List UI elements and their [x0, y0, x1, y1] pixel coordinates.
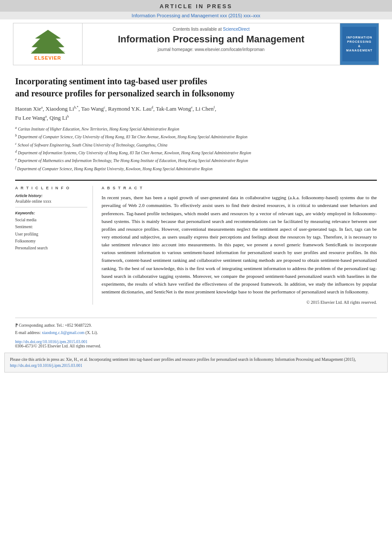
copyright-line: © 2015 Elsevier Ltd. All rights reserved… [102, 300, 377, 305]
doi-link[interactable]: http://dx.doi.org/10.1016/j.ipm.2015.03.… [15, 340, 377, 344]
article-content: Incorporating sentiment into tag-based u… [0, 69, 392, 309]
abstract-header: A B S T R A C T [102, 186, 377, 190]
authors-line: Haoran Xiea, Xiaodong Lib,*, Tao Wangc, … [15, 105, 377, 123]
journal-header: ELSEVIER Contents lists available at Sci… [13, 23, 379, 65]
article-in-press-banner: ARTICLE IN PRESS [0, 0, 392, 12]
article-history-value: Available online xxxx [15, 199, 87, 204]
elsevier-brand-text: ELSEVIER [26, 55, 70, 61]
elsevier-tree-icon [26, 28, 70, 54]
page-wrapper: ARTICLE IN PRESS Information Processing … [0, 0, 392, 535]
elsevier-logo: ELSEVIER [26, 28, 70, 61]
keyword-4: Folksonomy [15, 238, 87, 245]
keywords-header: Keywords: [15, 211, 87, 215]
affiliation-c: c School of Software Engineering, South … [15, 141, 377, 148]
affiliation-d: d Department of Information Systems, Cit… [15, 149, 377, 156]
doi-section: http://dx.doi.org/10.1016/j.ipm.2015.03.… [15, 340, 377, 348]
keyword-3: User profiling [15, 231, 87, 238]
article-title: Incorporating sentiment into tag-based u… [15, 75, 377, 99]
keyword-2: Sentiment: [15, 223, 87, 230]
corresponding-note: ⁋ Corresponding author. Tel.: +852 90487… [15, 322, 377, 328]
issn-text: 0306-4573/© 2015 Elsevier Ltd. All right… [15, 344, 377, 348]
keywords-list: Social media Sentiment: User profiling F… [15, 217, 87, 252]
article-history-label: Article history: [15, 194, 87, 198]
subtitle-text: Information Processing and Management xx… [132, 13, 261, 18]
citation-doi-link[interactable]: http://dx.doi.org/10.1016/j.ipm.2015.03.… [10, 363, 82, 368]
svg-marker-2 [31, 30, 65, 54]
journal-subtitle: Information Processing and Management xx… [0, 12, 392, 19]
two-col-section: A R T I C L E I N F O Article history: A… [15, 180, 377, 305]
affiliation-b: b Department of Computer Science, City U… [15, 133, 377, 140]
journal-title: Information Processing and Management [89, 34, 333, 45]
affiliation-e: e Department of Mathematics and Informat… [15, 157, 377, 164]
banner-text: ARTICLE IN PRESS [159, 3, 233, 10]
article-info-col: A R T I C L E I N F O Article history: A… [15, 186, 93, 305]
article-info-header: A R T I C L E I N F O [15, 186, 87, 190]
keyword-1: Social media [15, 217, 87, 223]
science-direct-info: Contents lists available at ScienceDirec… [89, 27, 333, 32]
email-line: E-mail address: xiaodong.c.li@gmail.com … [15, 330, 377, 336]
science-direct-link[interactable]: ScienceDirect [223, 27, 250, 32]
highlighted-which: which [155, 281, 166, 287]
journal-homepage: journal homepage: www.elsevier.com/locat… [89, 47, 333, 52]
keyword-5: Personalized search [15, 245, 87, 252]
email-link[interactable]: xiaodong.c.li@gmail.com [42, 331, 85, 335]
affiliations-block: a Caritas Institute of Higher Education,… [15, 125, 377, 172]
footer-notes: ⁋ Corresponding author. Tel.: +852 90487… [15, 318, 377, 348]
citation-bar: Please cite this article in press as: Xi… [4, 353, 388, 373]
abstract-text: In recent years, there has been a rapid … [102, 194, 377, 296]
journal-brand-box: INFORMATIONPROCESSING&MANAGEMENT [342, 27, 376, 61]
elsevier-logo-section: ELSEVIER [13, 23, 83, 65]
journal-center-info: Contents lists available at ScienceDirec… [83, 23, 340, 65]
journal-logo-right: INFORMATIONPROCESSING&MANAGEMENT [340, 23, 379, 65]
affiliation-a: a Caritas Institute of Higher Education,… [15, 125, 377, 132]
abstract-col: A B S T R A C T In recent years, there h… [102, 186, 377, 305]
affiliation-f: f Department of Computer Science, Hong K… [15, 165, 377, 172]
